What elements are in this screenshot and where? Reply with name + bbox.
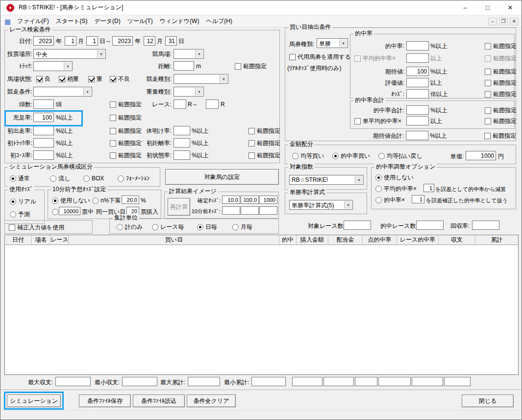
track-combo[interactable]: ▼ [33, 61, 73, 71]
adjust-rate-radio[interactable]: 的中率× [375, 196, 405, 204]
to-month-input[interactable] [144, 36, 155, 46]
mdi-minimize-button[interactable]: – [488, 18, 497, 25]
stats-purchase-total-input[interactable] [292, 377, 323, 386]
amount-equal-radio[interactable]: 均等買い [292, 151, 324, 160]
state-bad-checkbox[interactable]: 不良 [110, 74, 130, 83]
save-condition-button[interactable]: 条件ﾌｧｲﾙ保存 [79, 395, 131, 407]
stats-race-hit-rate-input[interactable] [378, 377, 411, 386]
column-header-balance[interactable]: 収支 [439, 235, 475, 245]
maximize-button[interactable]: □ [476, 0, 499, 15]
expect-total-input[interactable] [406, 131, 428, 140]
weight-combo[interactable]: ▼ [174, 87, 204, 97]
max-balance-input[interactable] [55, 377, 91, 386]
state-heavy-checkbox[interactable]: 重 [88, 74, 102, 83]
raceno-from-input[interactable] [174, 99, 186, 109]
column-header-payout[interactable]: 配当金 [328, 235, 363, 245]
composition-nagashi-radio[interactable]: 流し [50, 174, 70, 183]
state-slightly-heavy-checkbox[interactable]: 稍重 [59, 74, 79, 83]
hit-total-range-checkbox[interactable]: 範囲指定 [485, 106, 517, 115]
race-kind-combo[interactable]: ▼ [174, 74, 228, 84]
first-state-range-checkbox[interactable]: 範囲指定 [249, 151, 280, 160]
first-run-input[interactable] [33, 126, 54, 135]
to-day-input[interactable] [165, 36, 177, 46]
rest-rate-range-checkbox[interactable]: 範囲指定 [249, 126, 280, 135]
composition-formation-radio[interactable]: ﾌｫｰﾒｰｼｮﾝ [118, 174, 149, 183]
agg-daily-radio[interactable]: 日毎 [197, 222, 217, 231]
column-header-point-hit-rate[interactable]: 点的中率 [363, 235, 397, 245]
raceno-to-input[interactable] [206, 99, 219, 109]
pre-odds-input-1[interactable] [222, 206, 240, 215]
eval-input[interactable] [406, 78, 429, 87]
agg-monthly-radio[interactable]: 月毎 [232, 222, 252, 231]
hit-rate-input[interactable] [406, 41, 429, 50]
fixed-odds-input-2[interactable] [241, 196, 259, 204]
column-header-purchase[interactable]: 購入金額 [297, 235, 328, 245]
ticket-type-combo[interactable]: 単勝 ▼ [317, 38, 348, 48]
amount-hitrate-radio[interactable]: 的中率買い [332, 151, 370, 160]
odds-real-radio[interactable]: リアル [10, 197, 36, 206]
first-dist-range-checkbox[interactable]: 範囲指定 [249, 139, 280, 148]
single-avg-hit-checkbox[interactable]: 単平均的中率× [354, 117, 401, 125]
first-track-input[interactable] [33, 138, 54, 148]
min-balance-input[interactable] [122, 377, 157, 386]
to-year-input[interactable] [112, 36, 133, 46]
pre-odds-drop-radio[interactable]: n%下落 [92, 196, 121, 205]
composition-box-radio[interactable]: BOX [83, 174, 104, 183]
min-total-input[interactable] [251, 377, 286, 386]
first-track-range-checkbox[interactable]: 範囲指定 [110, 139, 142, 148]
win-formula-combo[interactable]: 単勝率計算式(5) ▼ [289, 200, 353, 210]
menu-tools[interactable]: ツール(T) [124, 15, 156, 27]
from-day-input[interactable] [86, 36, 98, 46]
heads-range-checkbox[interactable]: 範囲指定 [110, 100, 142, 109]
rest-rate-input[interactable] [174, 126, 190, 135]
first-course-input[interactable] [33, 150, 54, 160]
stats-point-hit-rate-input[interactable] [355, 377, 377, 386]
fill-rate-input[interactable] [33, 113, 54, 122]
adjust-avg-input[interactable] [423, 184, 434, 192]
fixed-odds-input-3[interactable] [259, 196, 277, 204]
agg-total-radio[interactable]: 計のみ [117, 222, 143, 231]
single-avg-hit-range-checkbox[interactable]: 範囲指定 [485, 117, 517, 125]
column-header-bet[interactable]: 買い目 [69, 235, 279, 245]
expect-range-checkbox[interactable]: 範囲指定 [485, 67, 517, 76]
avg-hit-rate-checkbox[interactable]: 平均的中率× [354, 54, 396, 63]
column-header-race[interactable]: レース [50, 235, 69, 245]
minimize-button[interactable]: – [454, 0, 476, 15]
close-window-button[interactable]: 閉じる [462, 395, 514, 407]
race-cond-combo[interactable]: ▼ [33, 87, 92, 97]
eval-range-checkbox[interactable]: 範囲指定 [485, 78, 517, 87]
from-month-input[interactable] [65, 36, 76, 46]
clear-condition-button[interactable]: 条件全クリア [187, 395, 236, 407]
hit-races-input[interactable] [416, 221, 444, 230]
single-avg-hit-input[interactable] [406, 116, 429, 125]
hit-rate-range-checkbox[interactable]: 範囲指定 [485, 42, 517, 50]
close-button[interactable]: ✕ [499, 0, 522, 15]
load-condition-button[interactable]: 条件ﾌｧｲﾙ読込 [133, 395, 185, 407]
simulate-button[interactable]: シミュレーション [7, 395, 61, 407]
recovery-rate-input[interactable] [472, 221, 499, 230]
correction-checkbox[interactable]: 補正入力値を使用 [9, 223, 64, 232]
pre-odds-none-radio[interactable]: 使用しない [52, 196, 90, 205]
mdi-restore-button[interactable]: ❐ [499, 18, 508, 25]
adjust-none-radio[interactable]: 使用しない [375, 173, 414, 182]
stats-total-input[interactable] [444, 377, 471, 386]
hit-total-input[interactable] [406, 105, 429, 115]
course-combo[interactable]: ▼ [174, 49, 204, 59]
distance-range-checkbox[interactable]: 範囲指定 [235, 62, 267, 71]
heads-input[interactable] [33, 99, 54, 109]
adjust-avg-radio[interactable]: 平均的中率× [375, 184, 417, 193]
place-combo[interactable]: 中央 ▼ [33, 49, 106, 59]
from-year-input[interactable] [33, 36, 54, 46]
recalc-button[interactable]: 再計算 [168, 198, 190, 216]
pre-odds-input-2[interactable] [241, 206, 259, 215]
expect-input[interactable] [406, 67, 429, 76]
adjust-rate-input[interactable] [412, 195, 424, 203]
avg-hit-rate-input[interactable] [406, 53, 429, 63]
odds-input[interactable] [406, 89, 429, 99]
menu-data[interactable]: データ(D) [91, 15, 124, 27]
column-header-race-hit-rate[interactable]: レース的中率 [397, 235, 439, 245]
pre-odds-votes-input[interactable] [59, 207, 80, 215]
odds-predict-radio[interactable]: 予測 [10, 210, 30, 219]
first-course-range-checkbox[interactable]: 範囲指定 [110, 151, 142, 160]
column-header-total[interactable]: 累計 [475, 235, 518, 245]
